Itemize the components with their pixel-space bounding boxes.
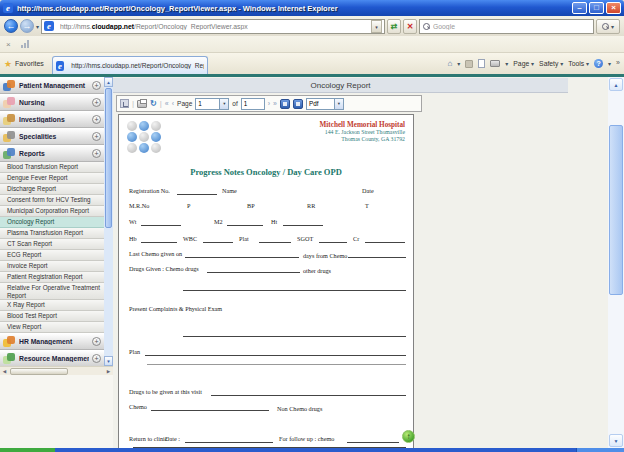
help-icon[interactable]: ? [594,59,603,68]
more-commands-icon[interactable]: » [616,59,620,66]
home-icon[interactable]: ⌂ [447,59,452,68]
field-line [147,364,406,365]
close-toolbar-icon[interactable]: × [6,40,11,49]
close-button[interactable]: × [606,2,621,14]
url-dropdown-button[interactable]: ▾ [371,20,382,33]
field-label: P [187,202,190,209]
field-label: Name [222,187,237,194]
help-dropdown-icon[interactable]: ▾ [608,60,611,67]
field-label: Wt [129,218,137,225]
browser-tab[interactable]: e http://hms.cloudapp.net/Report/Oncolog… [52,56,208,74]
scroll-up-icon[interactable]: ▲ [104,77,113,87]
sidebar-report-item[interactable]: Municipal Corporation Report [0,206,104,217]
history-dropdown-icon[interactable]: ▾ [36,23,39,30]
print-layout-icon[interactable] [293,99,303,109]
field-line [211,395,406,396]
page-menu[interactable]: Page ▾ [513,60,534,67]
browser-scrollbar[interactable]: ▲ ▼ [608,77,624,448]
activity-bars-icon [21,40,29,48]
page-select[interactable]: 1 ▾ [195,98,229,110]
home-dropdown-icon[interactable]: ▾ [457,60,460,67]
sidebar-report-item-selected[interactable]: Oncology Report [0,217,104,228]
maximize-button[interactable]: □ [589,2,604,14]
field-label: Plan [129,348,140,355]
field-label: Date : [165,435,180,442]
expand-icon[interactable]: + [92,337,101,346]
expand-icon[interactable]: + [92,81,101,90]
print-icon[interactable] [490,60,500,67]
expand-icon[interactable]: + [92,115,101,124]
export-file-icon[interactable] [280,99,290,109]
sidebar-item-nursing[interactable]: Nursing + [0,94,104,111]
prev-page-icon[interactable]: ‹ [172,100,174,107]
sidebar-report-item[interactable]: Patient Registration Report [0,272,104,283]
scrollbar-thumb[interactable] [105,88,112,228]
sidebar-report-item[interactable]: View Report [0,322,104,333]
back-button[interactable]: ← [4,19,18,33]
sidebar-scrollbar[interactable]: ▲ ▼ [104,77,113,366]
sidebar-item-patient-management[interactable]: Patient Management + [0,77,104,94]
last-page-icon[interactable]: » [273,100,277,107]
sidebar-report-item[interactable]: CT Scan Report [0,239,104,250]
sidebar-item-specialities[interactable]: Specialities + [0,128,104,145]
scroll-right-icon[interactable]: ▶ [104,368,113,375]
sidebar-report-item[interactable]: Relative For Operative Treatment Report [0,283,104,300]
sidebar-item-investigations[interactable]: Investigations + [0,111,104,128]
form-title: Progress Notes Oncology / Day Care OPD [119,167,413,177]
sidebar-item-resource-management[interactable]: Resource Management + [0,350,104,366]
print-report-icon[interactable] [137,100,147,108]
sidebar-report-item[interactable]: Blood Test Report [0,311,104,322]
scrollbar-thumb[interactable] [609,125,623,295]
sidebar-item-reports[interactable]: Reports + [0,145,104,162]
refresh-button[interactable]: ⇄ [387,19,401,34]
patient-management-icon [3,80,16,92]
print-dropdown-icon[interactable]: ▾ [505,60,508,67]
export-icon[interactable] [120,99,129,108]
forward-button[interactable]: → [20,19,34,33]
chevron-down-icon[interactable]: ▾ [334,99,343,109]
scroll-down-icon[interactable]: ▼ [104,356,113,366]
stop-button[interactable]: ✕ [403,19,417,34]
feeds-icon[interactable] [465,60,473,68]
search-input[interactable] [433,23,590,30]
search-options-icon[interactable]: ▾ [611,23,614,30]
expand-icon[interactable]: + [92,354,101,363]
scrollbar-thumb[interactable] [10,368,68,375]
start-button[interactable] [0,448,55,452]
scroll-to-top-icon[interactable]: ↑ [402,430,415,443]
sidebar-report-item[interactable]: Plasma Transfusion Report [0,228,104,239]
sidebar-report-item[interactable]: Discharge Report [0,184,104,195]
search-go-button[interactable]: ▾ [596,19,620,34]
tools-menu[interactable]: Tools ▾ [568,60,589,67]
report-viewer-title: Oncology Report [113,78,568,93]
read-mail-icon[interactable] [478,59,485,68]
refresh-report-icon[interactable]: ↻ [150,99,157,108]
format-select[interactable]: Pdf ▾ [306,98,344,110]
safety-menu[interactable]: Safety ▾ [539,60,563,67]
favorites-button[interactable]: Favorites [15,60,44,67]
first-page-icon[interactable]: « [165,100,169,107]
sidebar-report-item[interactable]: Consent form for HCV Testing [0,195,104,206]
field-label: M2 [214,218,223,225]
sidebar-report-item[interactable]: Invoice Report [0,261,104,272]
minimize-button[interactable]: – [572,2,587,14]
page-total-input[interactable] [241,98,265,110]
collapse-icon[interactable]: + [92,149,101,158]
url-field[interactable]: e http://hms.cloudapp.net/Report/Oncolog… [41,19,385,34]
next-page-icon[interactable]: › [268,100,270,107]
expand-icon[interactable]: + [92,132,101,141]
sidebar-horizontal-scrollbar[interactable]: ◀ ▶ [0,366,113,375]
field-label: RR [307,202,315,209]
scroll-up-icon[interactable]: ▲ [609,78,623,91]
sidebar-report-item[interactable]: Blood Transfusion Report [0,162,104,173]
expand-icon[interactable]: + [92,98,101,107]
window-title: http://hms.cloudapp.net/Report/Oncology_… [17,4,572,13]
scroll-left-icon[interactable]: ◀ [0,368,9,375]
sidebar-report-item[interactable]: X Ray Report [0,300,104,311]
scroll-down-icon[interactable]: ▼ [609,434,623,447]
search-box [419,19,594,34]
chevron-down-icon[interactable]: ▾ [219,99,228,109]
sidebar-item-hr-management[interactable]: HR Management + [0,333,104,350]
sidebar-report-item[interactable]: Dengue Fever Report [0,173,104,184]
sidebar-report-item[interactable]: ECG Report [0,250,104,261]
